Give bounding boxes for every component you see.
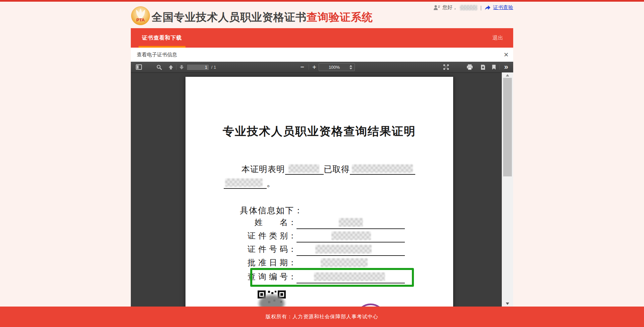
next-page-button[interactable]	[177, 62, 186, 72]
scroll-down-arrow-icon[interactable]	[506, 303, 509, 305]
presentation-mode-button[interactable]	[441, 62, 451, 72]
pdf-page: 专业技术人员职业资格查询结果证明 本证明表明已取得 。 具体信息如下： 姓 名：…	[185, 77, 453, 307]
tab-certificate-view-download[interactable]: 证书查看和下载	[139, 28, 185, 48]
field-value-id-type	[297, 229, 405, 242]
zoom-in-button[interactable]: +	[310, 62, 319, 72]
qualification-redacted	[352, 164, 413, 173]
holder-name-redacted	[288, 164, 319, 173]
close-icon[interactable]: ×	[504, 51, 508, 58]
certificate-title: 专业技术人员职业资格查询结果证明	[185, 124, 453, 139]
statement-prefix: 本证明表明	[241, 165, 285, 174]
download-icon	[480, 64, 486, 70]
field-row-name: 姓 名：	[185, 216, 453, 229]
main-navbar: 证书查看和下载 退出	[131, 28, 513, 48]
value-redacted	[315, 245, 372, 254]
footer-copyright: 版权所有：人力资源和社会保障部人事考试中心	[0, 307, 644, 327]
application-window: PTA 全国专业技术人员职业资格证书查询验证系统 您好， | 证书查验 证书查看…	[0, 0, 644, 327]
certificate-verify-link[interactable]: 证书查验	[493, 4, 513, 11]
page-title: 全国专业技术人员职业资格证书查询验证系统	[152, 10, 373, 25]
page-down-icon	[179, 65, 184, 70]
print-button[interactable]	[465, 62, 474, 72]
holder-name-underline	[285, 163, 324, 175]
field-row-id-number: 证 件 号 码：	[185, 242, 453, 256]
statement-line-2: 。	[224, 177, 275, 189]
field-row-id-type: 证 件 类 别：	[185, 229, 453, 242]
sidebar-toggle-button[interactable]	[134, 62, 144, 72]
bookmark-button[interactable]	[490, 62, 498, 72]
title-main: 全国专业技术人员职业资格证书	[152, 11, 307, 23]
download-button[interactable]	[478, 62, 488, 72]
pdf-toolbar: / 1 − + 100%	[131, 62, 513, 73]
toolbar-separator	[309, 64, 309, 70]
value-redacted	[321, 258, 368, 267]
title-accent: 查询验证系统	[307, 11, 373, 23]
zoom-in-icon: +	[312, 63, 316, 71]
bookmark-icon	[492, 64, 496, 70]
scrollbar-thumb[interactable]	[503, 78, 512, 176]
fullscreen-icon	[443, 64, 449, 70]
share-arrow-icon	[485, 5, 491, 10]
statement-middle: 已取得	[324, 165, 350, 174]
qr-code	[257, 289, 287, 307]
seal-stamp	[356, 304, 386, 307]
toolbar-separator	[499, 64, 500, 70]
vertical-scrollbar[interactable]	[502, 72, 513, 307]
user-bar: 您好， | 证书查验	[433, 4, 513, 11]
pta-logo: PTA	[131, 6, 150, 25]
greeting-text: 您好，	[442, 4, 458, 11]
top-accent-line	[0, 0, 644, 2]
pdf-viewer: / 1 − + 100%	[131, 62, 513, 307]
search-icon	[156, 64, 162, 70]
query-number-highlight-box	[250, 268, 414, 287]
qualification-underline-2	[224, 177, 267, 189]
page-up-icon	[168, 65, 173, 70]
print-icon	[467, 64, 473, 70]
value-redacted	[331, 231, 371, 240]
panel-header: 查看电子证书信息 ×	[131, 48, 513, 62]
statement-line-1: 本证明表明已取得	[241, 163, 415, 175]
field-value-approval-date	[297, 256, 405, 269]
divider: |	[480, 5, 482, 10]
sidebar-toggle-icon	[136, 64, 142, 70]
page-count-label: / 1	[209, 62, 219, 72]
qualification-redacted-2	[225, 178, 263, 187]
panel-title: 查看电子证书信息	[137, 52, 177, 58]
more-tools-button[interactable]: »	[501, 62, 511, 72]
statement-suffix: 。	[267, 179, 275, 188]
logo-text: PTA	[136, 17, 145, 22]
value-redacted	[339, 218, 363, 227]
zoom-out-icon: −	[300, 63, 304, 71]
page-number-input[interactable]	[186, 64, 209, 70]
field-row-approval-date: 批 准 日 期：	[185, 256, 453, 269]
scroll-up-arrow-icon[interactable]	[506, 74, 509, 76]
spinner-icon	[350, 65, 352, 69]
search-button[interactable]	[154, 62, 164, 72]
logout-button[interactable]: 退出	[492, 28, 503, 48]
zoom-level-value: 100%	[319, 65, 350, 70]
user-icon	[433, 5, 440, 10]
more-tools-icon: »	[504, 63, 508, 71]
zoom-out-button[interactable]: −	[298, 62, 307, 72]
field-value-name	[297, 216, 405, 229]
details-heading: 具体信息如下：	[240, 205, 303, 216]
toolbar-separator	[176, 64, 176, 70]
qualification-underline	[350, 163, 415, 175]
tab-label: 证书查看和下载	[142, 35, 182, 42]
username-redacted	[460, 5, 477, 10]
field-value-id-number	[297, 242, 405, 256]
previous-page-button[interactable]	[166, 62, 175, 72]
zoom-level-select[interactable]: 100%	[319, 63, 355, 71]
